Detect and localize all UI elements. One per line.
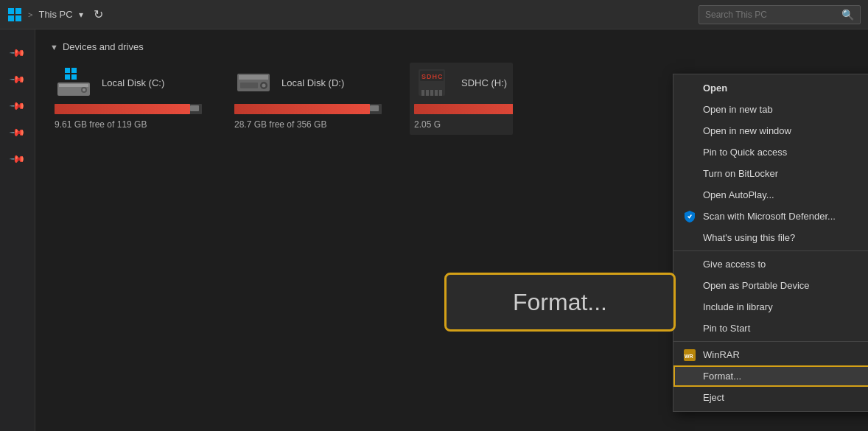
refresh-button[interactable]: ↻ <box>89 6 108 23</box>
ctx-open-portable[interactable]: Open as Portable Device <box>673 275 868 296</box>
drive-d-fill <box>234 104 370 114</box>
ctx-open[interactable]: Open <box>673 77 868 99</box>
drive-h-fill <box>414 104 513 114</box>
ctx-pin-quick-access-label: Pin to Quick access <box>703 147 787 158</box>
pin-icon-4[interactable]: 📌 <box>6 120 29 143</box>
svg-rect-22 <box>430 90 433 96</box>
drive-c-fill <box>55 104 190 114</box>
location-dropdown-button[interactable]: ▾ <box>79 10 83 20</box>
ctx-open-new-window[interactable]: Open in new window <box>673 120 868 141</box>
ctx-winrar[interactable]: WR WinRAR › <box>673 344 868 365</box>
drive-d-top: Local Disk (D:) <box>234 67 388 98</box>
defender-icon <box>682 209 697 224</box>
drive-h-name: SDHC (H:) <box>461 77 507 88</box>
svg-rect-16 <box>240 83 258 88</box>
svg-rect-0 <box>8 8 14 14</box>
ctx-open-new-window-label: Open in new window <box>703 125 791 136</box>
ctx-autoplay[interactable]: Open AutoPlay... <box>673 184 868 206</box>
section-title: Devices and drives <box>63 41 144 52</box>
sidebar: 📌 📌 📌 📌 📌 <box>0 29 35 431</box>
ctx-scan-defender[interactable]: Scan with Microsoft Defender... <box>673 206 868 227</box>
drive-c-space: 9.61 GB free of 119 GB <box>55 119 147 130</box>
svg-rect-24 <box>439 90 442 96</box>
ctx-bitlocker-label: Turn on BitLocker <box>703 168 778 179</box>
ctx-format-label: Format... <box>703 371 741 382</box>
pin-icon-2[interactable]: 📌 <box>6 67 29 90</box>
drive-d-icon <box>234 67 273 98</box>
breadcrumb-location[interactable]: This PC <box>38 9 72 20</box>
search-box[interactable]: 🔍 <box>699 5 861 24</box>
drive-d-name: Local Disk (D:) <box>281 77 344 88</box>
winrar-icon: WR <box>682 348 697 362</box>
drive-d-space: 28.7 GB free of 356 GB <box>234 119 326 130</box>
svg-point-15 <box>262 84 266 88</box>
main-area: 📌 📌 📌 📌 📌 ▼ Devices and drives <box>0 29 868 431</box>
drive-c-progress <box>55 104 202 114</box>
drive-c-name: Local Disk (C:) <box>102 77 164 88</box>
ctx-divider-1 <box>673 250 868 251</box>
section-collapse-arrow[interactable]: ▼ <box>50 43 58 52</box>
ctx-whats-using[interactable]: What's using this file? <box>673 227 868 248</box>
breadcrumb-arrow: > <box>28 10 32 19</box>
ctx-open-label: Open <box>703 83 727 94</box>
drive-h-top: SDHC SDHC (H:) <box>414 67 508 98</box>
windows-icon <box>7 7 22 22</box>
svg-rect-13 <box>239 75 268 80</box>
drive-c-item[interactable]: Local Disk (C:) 9.61 GB free of 119 GB <box>50 63 212 135</box>
drive-h-space: 2.05 G <box>414 119 441 130</box>
svg-point-11 <box>83 88 85 91</box>
svg-rect-9 <box>59 84 88 87</box>
search-icon: 🔍 <box>841 9 854 21</box>
ctx-winrar-label: WinRAR <box>703 349 740 360</box>
drive-c-icon <box>55 67 93 98</box>
drive-d-highlight <box>370 105 379 111</box>
section-header: ▼ Devices and drives <box>50 41 853 52</box>
ctx-scan-defender-label: Scan with Microsoft Defender... <box>703 211 836 222</box>
svg-rect-20 <box>421 90 424 96</box>
pin-icon-3[interactable]: 📌 <box>6 94 29 116</box>
ctx-pin-start[interactable]: Pin to Start <box>673 318 868 339</box>
svg-rect-2 <box>8 15 14 21</box>
pin-icon-1[interactable]: 📌 <box>6 41 29 63</box>
title-bar-right: 🔍 <box>699 5 861 24</box>
ctx-eject[interactable]: Eject <box>673 387 868 408</box>
ctx-autoplay-label: Open AutoPlay... <box>703 189 774 200</box>
ctx-divider-2 <box>673 341 868 342</box>
drive-h-icon: SDHC <box>414 67 452 98</box>
ctx-bitlocker[interactable]: Turn on BitLocker <box>673 163 868 184</box>
ctx-give-access-label: Give access to <box>703 259 766 270</box>
svg-rect-1 <box>15 8 21 14</box>
svg-rect-3 <box>15 15 21 21</box>
ctx-give-access[interactable]: Give access to › <box>673 253 868 275</box>
svg-rect-6 <box>65 74 70 80</box>
ctx-pin-start-label: Pin to Start <box>703 323 750 334</box>
drive-c-top: Local Disk (C:) <box>55 67 208 98</box>
ctx-open-portable-label: Open as Portable Device <box>703 280 810 291</box>
drive-d-item[interactable]: Local Disk (D:) 28.7 GB free of 356 GB <box>230 63 392 135</box>
drive-d-progress <box>234 104 382 114</box>
ctx-include-library[interactable]: Include in library › <box>673 296 868 318</box>
pin-icon-5[interactable]: 📌 <box>6 147 29 169</box>
context-menu: Open Open in new tab Open in new window … <box>673 74 868 412</box>
ctx-include-library-label: Include in library <box>703 301 773 312</box>
ctx-pin-quick-access[interactable]: Pin to Quick access <box>673 141 868 163</box>
svg-rect-5 <box>71 68 77 73</box>
ctx-open-new-tab-label: Open in new tab <box>703 104 773 115</box>
svg-text:WR: WR <box>685 354 693 359</box>
ctx-format[interactable]: Format... <box>673 365 868 387</box>
svg-text:SDHC: SDHC <box>421 73 444 80</box>
ctx-whats-using-label: What's using this file? <box>703 232 795 243</box>
drive-c-highlight <box>190 105 199 111</box>
format-callout-text: Format... <box>513 289 607 316</box>
title-bar: > This PC ▾ ↻ 🔍 <box>0 0 868 29</box>
svg-rect-23 <box>435 90 438 96</box>
drive-h-item[interactable]: SDHC SDHC (H:) 2.05 <box>410 63 513 135</box>
svg-rect-21 <box>426 90 429 96</box>
ctx-open-new-tab[interactable]: Open in new tab <box>673 99 868 120</box>
search-input[interactable] <box>705 10 837 20</box>
svg-rect-7 <box>71 74 77 80</box>
ctx-eject-label: Eject <box>703 392 724 403</box>
title-bar-left: > This PC ▾ ↻ <box>7 6 699 23</box>
svg-rect-4 <box>65 68 70 73</box>
drive-h-progress <box>414 104 513 114</box>
